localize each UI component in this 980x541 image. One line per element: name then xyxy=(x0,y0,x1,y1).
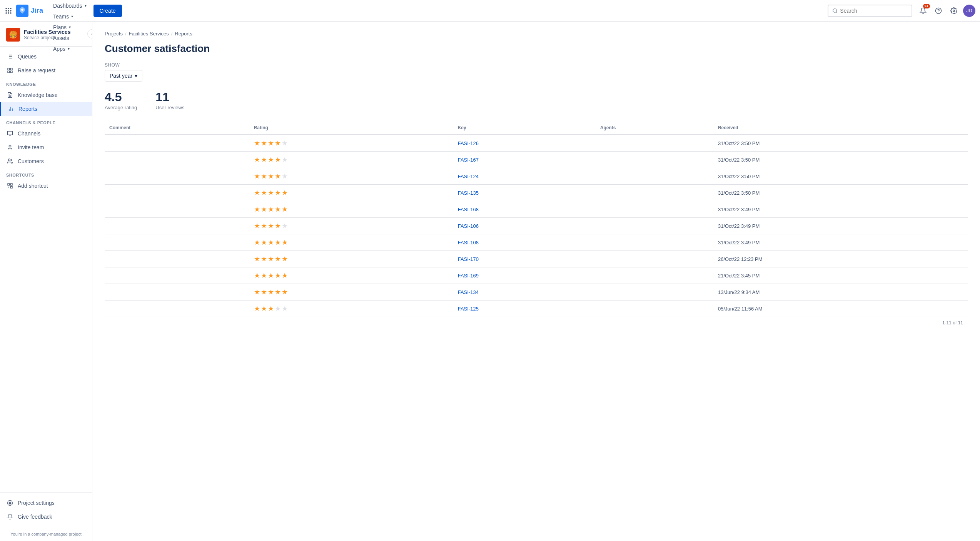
chevron-down-icon: ▾ xyxy=(69,25,71,29)
queues-icon xyxy=(6,53,14,60)
user-avatar[interactable]: JD xyxy=(963,5,975,17)
issue-key-link[interactable]: FASI-169 xyxy=(458,273,479,279)
notifications-button[interactable]: 9+ xyxy=(917,5,929,17)
star-filled: ★ xyxy=(261,238,267,247)
knowledge-base-icon xyxy=(6,91,14,99)
issue-key-link[interactable]: FASI-124 xyxy=(458,174,479,179)
topnav-item-dashboards[interactable]: Dashboards▾ xyxy=(49,0,90,11)
star-filled: ★ xyxy=(254,139,260,147)
topnav-item-apps[interactable]: Apps▾ xyxy=(49,43,90,54)
star-filled: ★ xyxy=(254,255,260,263)
star-empty: ★ xyxy=(275,304,281,313)
raise-request-icon xyxy=(6,67,14,74)
give-feedback-label: Give feedback xyxy=(18,514,52,520)
star-filled: ★ xyxy=(261,255,267,263)
issue-key-link[interactable]: FASI-106 xyxy=(458,223,479,229)
star-filled: ★ xyxy=(261,205,267,214)
table-row: ★★★★★FASI-17026/Oct/22 12:23 PM xyxy=(105,251,968,267)
star-filled: ★ xyxy=(275,288,281,296)
issue-key-link[interactable]: FASI-168 xyxy=(458,207,479,212)
cell-received: 31/Oct/22 3:49 PM xyxy=(713,234,968,251)
star-filled: ★ xyxy=(268,288,274,296)
issue-key-link[interactable]: FASI-167 xyxy=(458,157,479,163)
customers-icon xyxy=(6,157,14,165)
cell-key[interactable]: FASI-126 xyxy=(453,135,596,152)
star-filled: ★ xyxy=(268,238,274,247)
cell-comment xyxy=(105,152,249,168)
give-feedback-icon xyxy=(6,513,14,521)
cell-received: 31/Oct/22 3:50 PM xyxy=(713,135,968,152)
sidebar-item-reports[interactable]: Reports xyxy=(0,102,92,116)
star-filled: ★ xyxy=(254,155,260,164)
topnav-item-teams[interactable]: Teams▾ xyxy=(49,11,90,22)
cell-agents xyxy=(596,301,713,317)
stats-row: 4.5 Average rating 11 User reviews xyxy=(105,91,968,110)
cell-key[interactable]: FASI-108 xyxy=(453,234,596,251)
user-reviews-value: 11 xyxy=(155,91,184,103)
col-agents: Agents xyxy=(596,121,713,135)
chevron-down-icon: ▾ xyxy=(135,73,137,79)
star-empty: ★ xyxy=(282,139,288,147)
sidebar-item-give-feedback[interactable]: Give feedback xyxy=(0,510,92,524)
sidebar-item-knowledge-base[interactable]: Knowledge base xyxy=(0,88,92,102)
breadcrumb-projects[interactable]: Projects xyxy=(105,31,123,37)
star-filled: ★ xyxy=(282,255,288,263)
sidebar-item-project-settings[interactable]: Project settings xyxy=(0,496,92,510)
grid-menu-button[interactable] xyxy=(5,7,12,15)
sidebar-item-channels[interactable]: Channels xyxy=(0,127,92,140)
cell-comment xyxy=(105,218,249,234)
jira-logo-text: Jira xyxy=(31,7,43,15)
svg-rect-28 xyxy=(7,131,12,135)
cell-key[interactable]: FASI-124 xyxy=(453,168,596,185)
issue-key-link[interactable]: FASI-125 xyxy=(458,306,479,312)
star-filled: ★ xyxy=(275,155,281,164)
cell-key[interactable]: FASI-134 xyxy=(453,284,596,301)
search-input[interactable] xyxy=(840,8,908,14)
issue-key-link[interactable]: FASI-108 xyxy=(458,240,479,245)
project-icon: 🍔 xyxy=(6,28,20,42)
cell-key[interactable]: FASI-170 xyxy=(453,251,596,267)
create-button[interactable]: Create xyxy=(93,5,122,17)
jira-logo[interactable]: Jira xyxy=(16,5,43,17)
issue-key-link[interactable]: FASI-134 xyxy=(458,289,479,295)
user-reviews-label: User reviews xyxy=(155,105,184,110)
search-box[interactable] xyxy=(828,5,912,17)
invite-team-icon xyxy=(6,144,14,151)
sidebar-item-add-shortcut[interactable]: Add shortcut xyxy=(0,179,92,193)
svg-rect-34 xyxy=(10,184,12,185)
cell-key[interactable]: FASI-125 xyxy=(453,301,596,317)
cell-received: 26/Oct/22 12:23 PM xyxy=(713,251,968,267)
issue-key-link[interactable]: FASI-126 xyxy=(458,140,479,146)
cell-key[interactable]: FASI-168 xyxy=(453,201,596,218)
svg-rect-21 xyxy=(10,71,12,73)
cell-key[interactable]: FASI-106 xyxy=(453,218,596,234)
cell-key[interactable]: FASI-135 xyxy=(453,185,596,201)
issue-key-link[interactable]: FASI-170 xyxy=(458,256,479,262)
cell-rating: ★★★★★ xyxy=(249,168,453,185)
topnav-item-plans[interactable]: Plans▾ xyxy=(49,22,90,33)
star-filled: ★ xyxy=(282,288,288,296)
breadcrumb-facilities-services[interactable]: Facilities Services xyxy=(129,31,169,37)
reports-icon xyxy=(7,105,15,113)
svg-point-36 xyxy=(9,502,11,504)
sidebar-item-customers[interactable]: Customers xyxy=(0,154,92,168)
sidebar-item-raise-request[interactable]: Raise a request xyxy=(0,63,92,77)
cell-comment xyxy=(105,201,249,218)
sidebar-item-invite-team[interactable]: Invite team xyxy=(0,140,92,154)
cell-key[interactable]: FASI-169 xyxy=(453,267,596,284)
settings-button[interactable] xyxy=(948,5,960,17)
cell-comment xyxy=(105,185,249,201)
cell-rating: ★★★★★ xyxy=(249,267,453,284)
svg-rect-4 xyxy=(8,10,9,11)
chevron-down-icon: ▾ xyxy=(68,47,70,51)
svg-rect-5 xyxy=(10,10,11,11)
cell-agents xyxy=(596,135,713,152)
filter-dropdown[interactable]: Past year ▾ xyxy=(105,70,142,82)
cell-received: 13/Jun/22 9:34 AM xyxy=(713,284,968,301)
star-filled: ★ xyxy=(275,255,281,263)
search-icon xyxy=(832,8,838,14)
issue-key-link[interactable]: FASI-135 xyxy=(458,190,479,196)
topnav-item-assets[interactable]: Assets xyxy=(49,33,90,43)
cell-key[interactable]: FASI-167 xyxy=(453,152,596,168)
help-button[interactable] xyxy=(932,5,945,17)
